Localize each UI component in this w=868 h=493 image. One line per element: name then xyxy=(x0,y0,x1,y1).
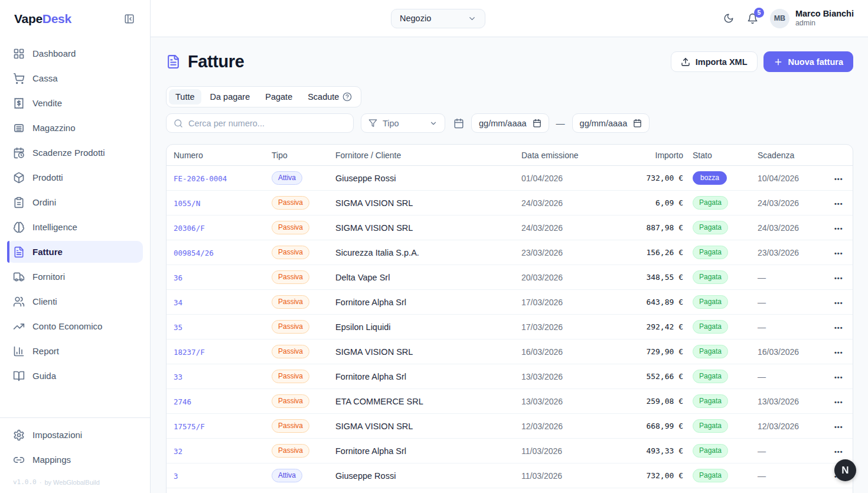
new-invoice-label: Nuova fattura xyxy=(788,57,843,67)
row-actions-button[interactable] xyxy=(834,396,843,406)
invoice-number-link[interactable]: 17575/F xyxy=(174,422,205,431)
sidebar-item-vendite[interactable]: Vendite xyxy=(7,92,143,114)
store-selector[interactable]: Negozio xyxy=(391,9,485,28)
amount-cell: 729,90 € xyxy=(599,347,688,356)
sidebar-item-clienti[interactable]: Clienti xyxy=(7,290,143,312)
dev-tools-badge[interactable]: N xyxy=(834,459,856,481)
invoice-number-link[interactable]: 36 xyxy=(174,273,182,282)
tab-tutte[interactable]: Tutte xyxy=(169,89,201,105)
sidebar-item-label: Intelligence xyxy=(32,222,77,232)
sidebar-item-impostazioni[interactable]: Impostazioni xyxy=(7,424,143,446)
invoice-number-link[interactable]: 009854/26 xyxy=(174,249,214,257)
import-xml-button[interactable]: Importa XML xyxy=(671,51,758,72)
invoice-number-link[interactable]: 32 xyxy=(174,447,182,456)
row-actions-button[interactable] xyxy=(834,347,843,357)
sidebar-item-label: Guida xyxy=(32,371,56,381)
calendar-picker-icon[interactable] xyxy=(633,119,642,128)
tipo-badge: Passiva xyxy=(272,270,309,285)
table-row[interactable]: 31 Passiva SIGMA VISION SRL 10/03/2026 7… xyxy=(167,488,853,493)
amount-cell: 887,98 € xyxy=(599,223,688,232)
calendar-picker-icon[interactable] xyxy=(533,119,541,128)
sidebar-item-fornitori[interactable]: Fornitori xyxy=(7,266,143,288)
row-actions-button[interactable] xyxy=(834,247,843,257)
table-row[interactable]: 36 Passiva Delta Vape Srl 20/03/2026 348… xyxy=(167,265,853,290)
table-row[interactable]: 17575/F Passiva SIGMA VISION SRL 12/03/2… xyxy=(167,414,853,439)
status-badge: Pagata xyxy=(693,196,728,210)
row-actions-button[interactable] xyxy=(834,421,843,431)
sidebar-item-scadenze-prodotti[interactable]: Scadenze Prodotti xyxy=(7,142,143,164)
tab-da-pagare[interactable]: Da pagare xyxy=(204,89,257,105)
table-row[interactable]: 32 Passiva Fornitore Alpha Srl 11/03/202… xyxy=(167,439,853,463)
counterparty-cell: Fornitore Alpha Srl xyxy=(331,372,517,381)
tab-scadute[interactable]: Scadute xyxy=(301,89,358,105)
table-row[interactable]: 009854/26 Passiva Sicurezza Italia S.p.A… xyxy=(167,240,853,265)
receipt-icon xyxy=(13,97,25,109)
invoice-number-link[interactable]: 34 xyxy=(174,298,182,307)
content-area: Fatture Importa XML Nuova fattura Tutte … xyxy=(151,37,868,493)
table-row[interactable]: FE-2026-0004 Attiva Giuseppe Rossi 01/04… xyxy=(167,166,853,191)
invoices-table: Numero Tipo Fornitore / Cliente Data emi… xyxy=(166,144,853,493)
table-row[interactable]: 3 Attiva Giuseppe Rossi 11/03/2026 732,0… xyxy=(167,463,853,488)
date-from-input[interactable]: gg/mm/aaaa xyxy=(471,113,549,133)
row-actions-button[interactable] xyxy=(834,297,843,307)
sidebar-item-label: Report xyxy=(32,346,59,356)
table-row[interactable]: 35 Passiva Epsilon Liquidi 17/03/2026 29… xyxy=(167,315,853,339)
table-row[interactable]: 33 Passiva Fornitore Alpha Srl 13/03/202… xyxy=(167,364,853,389)
invoice-number-link[interactable]: 20306/F xyxy=(174,224,205,233)
table-row[interactable]: 20306/F Passiva SIGMA VISION SRL 24/03/2… xyxy=(167,216,853,240)
sidebar-item-report[interactable]: Report xyxy=(7,340,143,362)
user-menu[interactable]: MB Marco Bianchi admin xyxy=(770,9,854,28)
sidebar-item-magazzino[interactable]: Magazzino xyxy=(7,117,143,139)
invoice-number-link[interactable]: 2746 xyxy=(174,397,191,406)
column-header-importo: Importo xyxy=(599,151,688,160)
file-text-icon xyxy=(13,246,25,258)
row-actions-button[interactable] xyxy=(834,371,843,381)
stato-cell: Pagata xyxy=(688,270,753,285)
sidebar-item-ordini[interactable]: Ordini xyxy=(7,191,143,213)
invoice-number-link[interactable]: 33 xyxy=(174,373,182,381)
sidebar-item-guida[interactable]: Guida xyxy=(7,365,143,387)
sidebar-item-conto-economico[interactable]: Conto Economico xyxy=(7,315,143,337)
row-actions-button[interactable] xyxy=(834,446,843,456)
search-input[interactable] xyxy=(188,119,346,128)
row-actions-button[interactable] xyxy=(834,272,843,282)
actions-cell xyxy=(830,198,853,208)
row-actions-button[interactable] xyxy=(834,198,843,208)
invoice-number-link[interactable]: 18237/F xyxy=(174,348,205,357)
row-actions-button[interactable] xyxy=(834,173,843,183)
dark-mode-toggle[interactable] xyxy=(722,12,735,25)
sidebar-item-mappings[interactable]: Mappings xyxy=(7,449,143,471)
sidebar-item-intelligence[interactable]: Intelligence xyxy=(7,216,143,238)
issue-date-cell: 13/03/2026 xyxy=(517,372,599,381)
table-row[interactable]: 1055/N Passiva SIGMA VISION SRL 24/03/20… xyxy=(167,191,853,216)
sidebar-item-prodotti[interactable]: Prodotti xyxy=(7,166,143,188)
tab-label: Scadute xyxy=(308,92,339,102)
new-invoice-button[interactable]: Nuova fattura xyxy=(763,51,853,72)
table-row[interactable]: 18237/F Passiva SIGMA VISION SRL 16/03/2… xyxy=(167,339,853,364)
sidebar-item-dashboard[interactable]: Dashboard xyxy=(7,43,143,64)
row-actions-button[interactable] xyxy=(834,322,843,332)
date-to-input[interactable]: gg/mm/aaaa xyxy=(572,113,650,133)
stato-cell: Pagata xyxy=(688,246,753,260)
sidebar-item-fatture[interactable]: Fatture xyxy=(7,241,143,263)
tab-pagate[interactable]: Pagate xyxy=(259,89,299,105)
main-column: Negozio 5 MB Marco Bianchi admin xyxy=(151,0,868,493)
invoice-number-link[interactable]: 3 xyxy=(174,472,178,481)
sidebar-item-label: Clienti xyxy=(32,296,57,306)
issue-date-cell: 23/03/2026 xyxy=(517,248,599,257)
status-badge: Pagata xyxy=(693,246,728,260)
table-row[interactable]: 2746 Passiva ETA COMMERCE SRL 13/03/2026… xyxy=(167,389,853,414)
sidebar-item-cassa[interactable]: Cassa xyxy=(7,67,143,89)
notifications-button[interactable]: 5 xyxy=(746,12,759,25)
invoice-number-link[interactable]: 1055/N xyxy=(174,199,200,208)
type-select[interactable]: Tipo xyxy=(361,113,445,133)
sidebar-collapse-button[interactable] xyxy=(123,12,136,25)
invoice-number-link[interactable]: FE-2026-0004 xyxy=(174,174,227,183)
search-box[interactable] xyxy=(166,113,354,133)
table-row[interactable]: 34 Passiva Fornitore Alpha Srl 17/03/202… xyxy=(167,290,853,315)
tipo-badge: Passiva xyxy=(272,320,309,334)
invoice-number-link[interactable]: 35 xyxy=(174,323,182,332)
issue-date-cell: 24/03/2026 xyxy=(517,223,599,233)
due-date-cell: — xyxy=(753,273,830,282)
row-actions-button[interactable] xyxy=(834,223,843,233)
